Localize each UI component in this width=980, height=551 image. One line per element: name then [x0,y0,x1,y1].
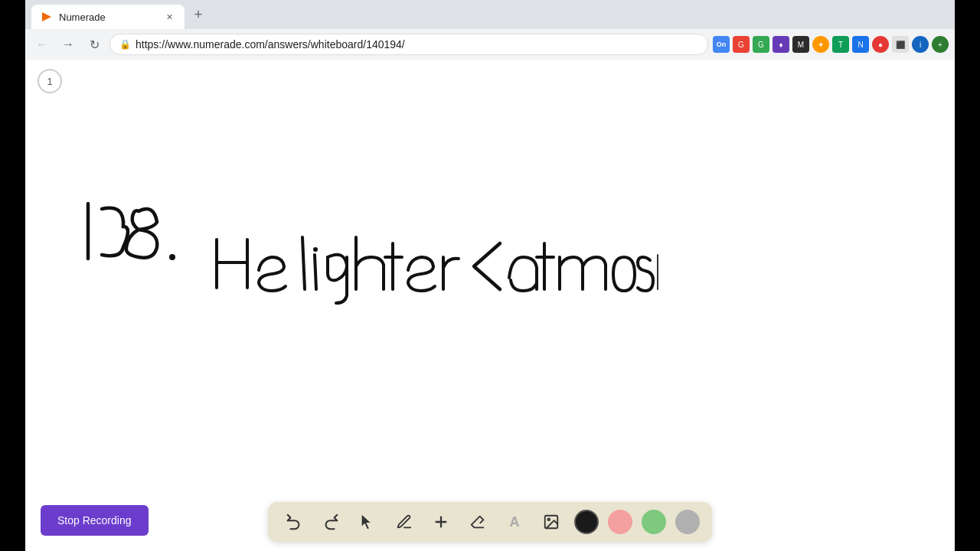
svg-marker-0 [42,12,51,21]
extension-icons: On G G ♦ M ✦ T N ● ⬛ i + [713,36,949,53]
color-gray[interactable] [675,510,700,534]
tab-favicon [41,11,53,23]
address-bar[interactable]: 🔒 https://www.numerade.com/answers/white… [109,34,708,55]
tab-title: Numerade [59,11,157,23]
svg-point-1 [169,254,175,260]
ext-icon-3[interactable]: G [753,36,769,53]
color-green[interactable] [642,510,666,534]
ext-icon-12[interactable]: + [932,36,949,53]
ext-icon-7[interactable]: T [832,36,849,53]
svg-point-6 [547,518,550,520]
color-pink[interactable] [608,510,632,534]
eraser-tool-button[interactable] [464,508,492,536]
ext-icon-11[interactable]: i [912,36,929,53]
stop-recording-button[interactable]: Stop Recording [41,505,149,536]
undo-button[interactable] [280,508,308,536]
pen-tool-button[interactable] [390,508,418,536]
add-tool-button[interactable] [427,508,455,536]
refresh-button[interactable]: ↻ [83,34,105,55]
whiteboard[interactable]: 1 [25,60,955,551]
nav-bar: ← → ↻ 🔒 https://www.numerade.com/answers… [25,29,955,60]
ext-icon-9[interactable]: ● [872,36,889,53]
active-tab[interactable]: Numerade ✕ [31,5,185,29]
ext-icon-4[interactable]: ♦ [773,36,789,53]
image-tool-button[interactable] [537,508,565,536]
text-tool-button[interactable]: A [501,508,528,536]
content-area: 1 [25,60,955,551]
ext-icon-5[interactable]: M [792,36,809,53]
ext-icon-8[interactable]: N [852,36,869,53]
forward-button[interactable]: → [57,34,79,55]
toolbar: A [268,502,712,542]
new-tab-button[interactable]: + [188,4,209,25]
back-button[interactable]: ← [31,34,53,55]
svg-point-2 [313,247,318,252]
url-text: https://www.numerade.com/answers/whitebo… [136,38,698,51]
color-black[interactable] [574,510,599,534]
ext-icon-6[interactable]: ✦ [812,36,829,53]
tab-bar: Numerade ✕ + [25,0,955,29]
ext-icon-2[interactable]: G [733,36,750,53]
tab-close-button[interactable]: ✕ [163,11,175,23]
redo-button[interactable] [317,508,345,536]
lock-icon: 🔒 [119,39,131,50]
select-tool-button[interactable] [354,508,381,536]
handwriting-canvas [25,60,955,551]
ext-icon-1[interactable]: On [713,36,730,53]
ext-icon-10[interactable]: ⬛ [892,36,909,53]
